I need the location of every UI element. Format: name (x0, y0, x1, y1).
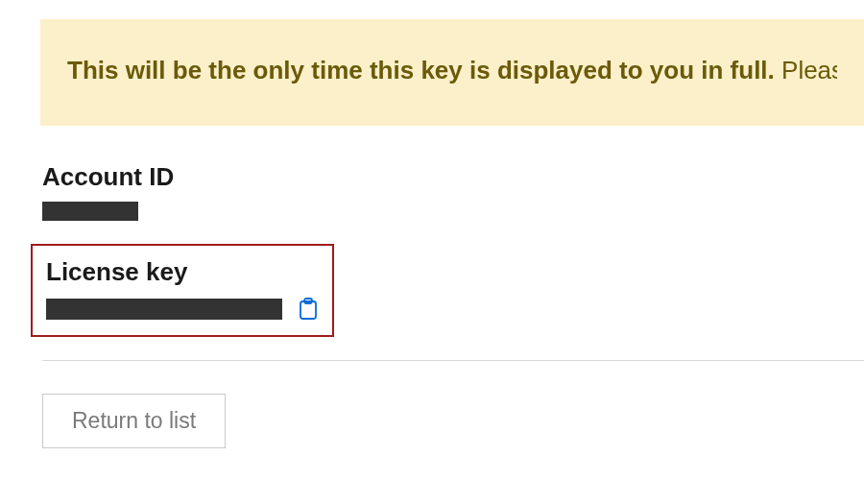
account-id-redacted (42, 202, 138, 221)
account-id-section: Account ID (40, 162, 864, 225)
alert-bold-text: This will be the only time this key is d… (67, 56, 775, 84)
account-id-label: Account ID (42, 162, 864, 192)
account-id-value-row (42, 202, 864, 225)
license-key-row (46, 297, 319, 322)
section-divider (42, 360, 864, 361)
clipboard-svg (298, 297, 319, 322)
return-to-list-button[interactable]: Return to list (42, 394, 226, 448)
alert-normal-text: Please be sure to copy it somewhere for … (775, 56, 837, 84)
clipboard-icon[interactable] (298, 297, 319, 322)
license-key-redacted (46, 299, 282, 320)
alert-banner: This will be the only time this key is d… (40, 19, 864, 126)
license-key-label: License key (46, 257, 319, 287)
alert-message: This will be the only time this key is d… (67, 50, 837, 91)
license-key-highlight-box: License key (31, 244, 334, 337)
